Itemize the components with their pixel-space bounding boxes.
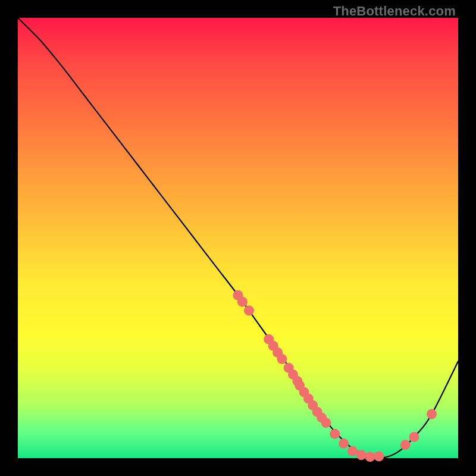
data-points bbox=[233, 290, 437, 462]
chart-svg bbox=[18, 18, 458, 458]
data-point bbox=[400, 440, 411, 450]
data-point bbox=[409, 432, 419, 442]
data-point bbox=[374, 452, 384, 462]
bottleneck-curve bbox=[18, 18, 458, 458]
data-point bbox=[277, 354, 287, 364]
data-point bbox=[427, 409, 437, 419]
chart-frame bbox=[18, 18, 458, 458]
data-point bbox=[347, 446, 358, 456]
data-point bbox=[339, 439, 349, 449]
data-point bbox=[365, 452, 375, 462]
data-point bbox=[244, 306, 254, 316]
data-point bbox=[330, 429, 340, 439]
data-point bbox=[321, 418, 331, 428]
data-point bbox=[356, 450, 367, 460]
watermark-text: TheBottleneck.com bbox=[333, 4, 456, 19]
data-point bbox=[237, 297, 248, 307]
